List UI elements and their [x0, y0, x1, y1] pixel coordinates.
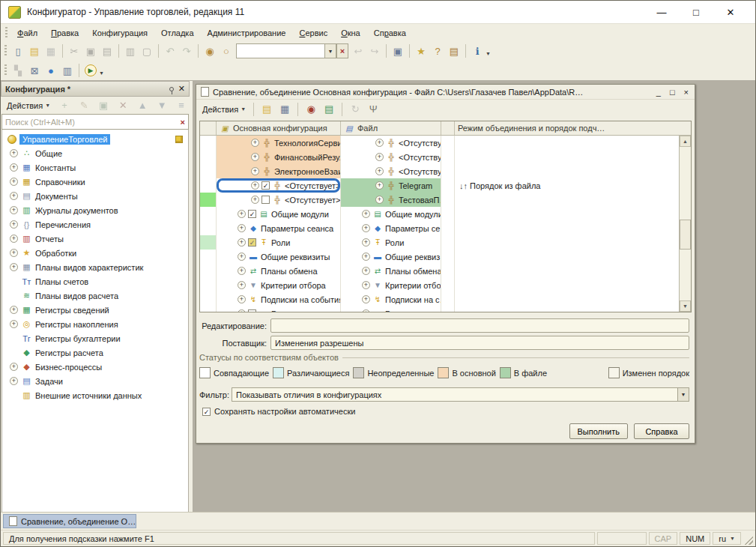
expand-icon[interactable]: +: [10, 149, 18, 157]
tree-item-enumerations[interactable]: +{}Перечисления: [2, 217, 188, 232]
tree-item-business-processes[interactable]: +◆Бизнес-процессы: [2, 360, 188, 374]
table-row[interactable]: +✓ŦРоли+ŦРоли: [200, 235, 679, 250]
search-input[interactable]: [2, 118, 178, 127]
expand-icon[interactable]: +: [251, 139, 259, 147]
table-row[interactable]: +╬<Отсутствует>+╬ТестоваяП…: [200, 193, 679, 207]
menu-file[interactable]: Файл: [10, 26, 44, 40]
expand-icon[interactable]: +: [238, 309, 246, 312]
table-row[interactable]: +⇄Планы обмена+⇄Планы обмена: [200, 264, 679, 278]
toolbar-grip[interactable]: [4, 64, 7, 76]
expand-icon[interactable]: +: [238, 295, 246, 303]
expand-icon[interactable]: +: [251, 167, 259, 175]
expand-icon[interactable]: +: [10, 320, 18, 328]
config-table-icon[interactable]: ▥: [59, 63, 76, 78]
tree-item-charts-calculation-types[interactable]: ≋Планы видов расчета: [2, 288, 188, 303]
syntax-check-icon[interactable]: ★: [413, 43, 429, 58]
merge-mode-cell[interactable]: [455, 264, 679, 278]
new-file-icon[interactable]: ▯: [10, 43, 26, 58]
row-checkbox[interactable]: [261, 196, 270, 204]
row-checkbox[interactable]: ✓: [248, 210, 256, 218]
expand-icon[interactable]: +: [10, 306, 18, 314]
file-cell[interactable]: +╬Telegram: [341, 178, 441, 193]
table-row[interactable]: +↯Подписки на события+↯Подписки на с…: [200, 292, 679, 306]
zoom-search-icon[interactable]: ○: [218, 43, 235, 58]
file-column-header[interactable]: ▤ Файл: [341, 121, 441, 135]
file-cell[interactable]: +⇄Планы обмена: [341, 264, 441, 278]
main-config-cell[interactable]: +✓╬<Отсутствует>: [217, 178, 341, 193]
tree-item-constants[interactable]: +▦Константы: [2, 160, 188, 175]
table-row[interactable]: +✓◐Регламентные зада+◐Регламентные: [200, 306, 679, 312]
tree-item-info-registers[interactable]: +▦Регистры сведений: [2, 303, 188, 317]
panel-close-icon[interactable]: ✕: [178, 84, 185, 94]
tab-compare-merge[interactable]: Сравнение, объединение О…: [3, 514, 136, 528]
autosave-option[interactable]: ✓ Сохранять настройки автоматически: [202, 407, 355, 416]
clear-search-icon[interactable]: ×: [336, 43, 348, 58]
main-config-cell[interactable]: +▼Критерии отбора: [217, 278, 341, 292]
menu-configuration[interactable]: Конфигурация: [85, 26, 154, 40]
expand-icon[interactable]: +: [375, 153, 384, 161]
file-cell[interactable]: +╬<Отсутству…: [341, 164, 441, 178]
main-config-cell[interactable]: +✓▤Общие модули: [217, 207, 341, 221]
expand-icon[interactable]: +: [10, 192, 18, 200]
scrollbar-thumb[interactable]: [680, 220, 691, 250]
main-config-cell[interactable]: +✓◐Регламентные зада: [217, 306, 341, 312]
expand-icon[interactable]: +: [375, 196, 384, 204]
help-search-icon[interactable]: ?: [429, 43, 446, 58]
windows-list-icon[interactable]: ▣: [390, 43, 406, 58]
scroll-up-icon[interactable]: ▲: [680, 136, 691, 147]
autosave-checkbox[interactable]: ✓: [202, 408, 211, 416]
expand-icon[interactable]: +: [375, 139, 384, 147]
chevron-down-icon[interactable]: ▼: [677, 388, 689, 401]
file-cell[interactable]: +▤Общие модули: [341, 207, 441, 221]
menu-debug[interactable]: Отладка: [154, 26, 200, 40]
expand-icon[interactable]: +: [238, 267, 246, 275]
language-selector[interactable]: ru ▼: [713, 532, 741, 545]
maximize-button[interactable]: □: [679, 7, 713, 18]
menu-administration[interactable]: Администрирование: [201, 26, 293, 40]
expand-icon[interactable]: +: [10, 178, 18, 186]
run-button[interactable]: Выполнить: [569, 423, 628, 439]
file-cell[interactable]: +▬Общие реквиз…: [341, 250, 441, 264]
vertical-scrollbar[interactable]: ▲ ▼: [679, 136, 691, 312]
tree-item-external-data-sources[interactable]: ▥Внешние источники данных: [2, 388, 188, 402]
update-db-config-icon[interactable]: ●: [43, 63, 59, 78]
main-config-cell[interactable]: +✓ŦРоли: [217, 235, 341, 250]
expand-icon[interactable]: +: [238, 210, 246, 218]
expand-icon[interactable]: +: [362, 309, 370, 312]
table-row[interactable]: +╬ТехнологияСервиса+╬<Отсутству…: [200, 136, 679, 150]
file-cell[interactable]: +◐Регламентные: [341, 306, 441, 312]
merge-mode-cell[interactable]: [455, 207, 679, 221]
dialog-close-button[interactable]: ×: [684, 88, 689, 97]
row-checkbox[interactable]: ✓: [248, 309, 256, 312]
tree-item-common[interactable]: +∴Общие: [2, 146, 188, 160]
table-row[interactable]: +✓╬<Отсутствует>+╬Telegram↓↑Порядок из ф…: [200, 178, 679, 193]
tree-item-accumulation-registers[interactable]: +◎Регистры накопления: [2, 317, 188, 331]
menu-windows[interactable]: Окна: [334, 26, 367, 40]
main-config-cell[interactable]: +⇄Планы обмена: [217, 264, 341, 278]
chevron-down-icon[interactable]: ▼: [324, 43, 336, 58]
file-cell[interactable]: +╬<Отсутству…: [341, 150, 441, 164]
tree-item-tasks[interactable]: +▤Задачи: [2, 374, 188, 388]
menu-help[interactable]: Справка: [367, 26, 413, 40]
dialog-minimize-button[interactable]: _: [656, 88, 661, 97]
toolbar-grip[interactable]: [5, 27, 7, 39]
vendor-field[interactable]: Изменения разрешены: [270, 336, 689, 350]
merge-mode-cell[interactable]: ↓↑Порядок из файла: [455, 178, 679, 193]
expand-icon[interactable]: +: [375, 181, 384, 190]
chevron-down-icon[interactable]: ▼: [486, 51, 491, 56]
main-config-cell[interactable]: +◆Параметры сеанса: [217, 221, 341, 235]
main-config-cell[interactable]: +╬ТехнологияСервиса: [217, 136, 341, 150]
table-row[interactable]: +▼Критерии отбора+▼Критерии отбо…: [200, 278, 679, 292]
tree-root[interactable]: УправлениеТорговлей: [2, 132, 188, 146]
merge-mode-cell[interactable]: [455, 221, 679, 235]
tree-item-data-processors[interactable]: +★Обработки: [2, 246, 188, 260]
tree-item-document-journals[interactable]: +▥Журналы документов: [2, 203, 188, 217]
tree-item-reports[interactable]: +▥Отчеты: [2, 232, 188, 246]
global-search-input[interactable]: [236, 43, 324, 58]
expand-icon[interactable]: +: [10, 235, 18, 243]
marker-column-header[interactable]: [200, 121, 217, 135]
table-row[interactable]: +╬ФинансовыйРезуль…+╬<Отсутству…: [200, 150, 679, 164]
merge-mode-cell[interactable]: [455, 150, 679, 164]
main-config-cell[interactable]: +↯Подписки на события: [217, 292, 341, 306]
close-configuration-icon[interactable]: ⊠: [26, 63, 43, 78]
